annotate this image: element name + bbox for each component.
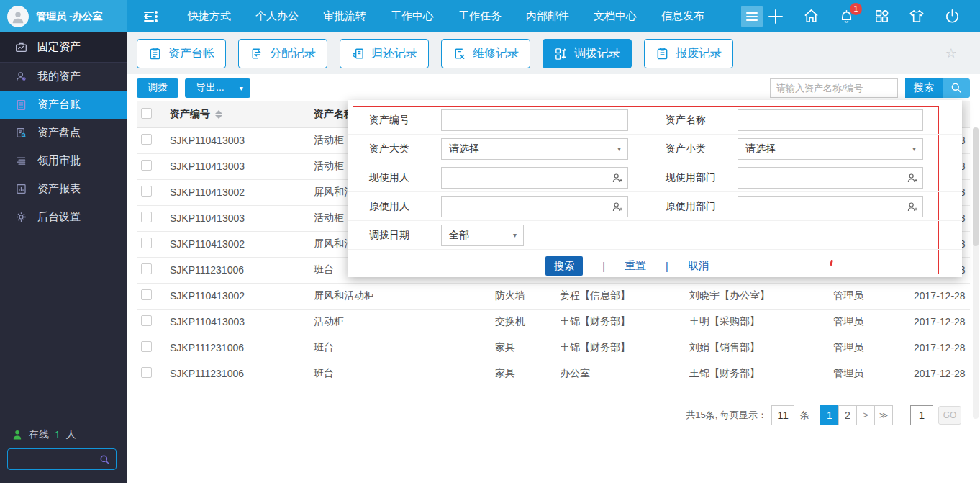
current-user-label: 管理员 -办公室 xyxy=(36,10,103,23)
sidebar-search-input[interactable] xyxy=(8,454,99,465)
menu-item-shortcuts[interactable]: 快捷方式 xyxy=(176,0,243,32)
caret-down-icon: ▾ xyxy=(513,231,517,239)
sidebar-item-requisition-approval[interactable]: 领用审批 xyxy=(0,147,127,175)
requisition-approval-icon xyxy=(14,155,27,168)
toolbar: 调拨 导出... ▾ 搜索 xyxy=(127,74,980,101)
sidebar-search-icon[interactable] xyxy=(99,454,110,465)
sidebar-item-fixed-assets[interactable]: 固定资产 xyxy=(0,32,127,63)
notifications-bell-icon[interactable]: 1 xyxy=(837,7,856,26)
sidebar-collapse-icon[interactable] xyxy=(141,9,160,24)
toolbar-search-icon[interactable] xyxy=(943,78,970,98)
toolbar-search-group: 搜索 xyxy=(770,78,970,98)
row-checkbox[interactable] xyxy=(141,367,152,378)
menu-item-internal-mail[interactable]: 内部邮件 xyxy=(514,0,581,32)
table-row[interactable]: SJKP111231006班台家具 办公室王锦【财务部】管理员2017-12-2… xyxy=(137,361,970,387)
panel-reset-button[interactable]: 重置 xyxy=(625,259,646,273)
sidebar-item-my-assets[interactable]: 我的资产 xyxy=(0,63,127,91)
row-checkbox[interactable] xyxy=(141,315,152,326)
add-person-icon[interactable] xyxy=(611,201,623,213)
sort-icon[interactable] xyxy=(215,110,222,119)
page-buttons: 1 2 > ≫ xyxy=(821,405,893,425)
row-checkbox[interactable] xyxy=(141,186,152,197)
current-user-input[interactable] xyxy=(442,168,627,188)
row-checkbox[interactable] xyxy=(141,160,152,171)
online-count: 1 xyxy=(55,429,60,441)
original-dept-input[interactable] xyxy=(738,197,922,217)
user-brand[interactable]: 管理员 -办公室 xyxy=(0,0,127,32)
menu-item-work-center[interactable]: 工作中心 xyxy=(378,0,446,32)
table-row[interactable]: SJKP110413003活动柜交换机 王锦【财务部】王明【采购部】管理员201… xyxy=(137,309,970,335)
row-checkbox[interactable] xyxy=(141,341,152,352)
last-page-button[interactable]: ≫ xyxy=(874,405,893,425)
row-checkbox[interactable] xyxy=(141,289,152,300)
col-header-asset-code[interactable]: 资产编号 xyxy=(165,101,309,127)
tab-label: 资产台帐 xyxy=(168,46,214,61)
transfer-date-select[interactable]: 全部 ▾ xyxy=(441,225,524,246)
panel-cancel-button[interactable]: 取消 xyxy=(688,259,709,273)
toolbar-search-button[interactable]: 搜索 xyxy=(905,78,943,98)
page-size-box[interactable]: 11 xyxy=(771,405,794,425)
asset-code-input[interactable] xyxy=(442,110,627,130)
theme-shirt-icon[interactable] xyxy=(907,7,926,26)
sidebar: 固定资产 我的资产 资产台账 资产盘点 领用审批 资产报表 后台设置 xyxy=(0,32,127,483)
menu-item-info-publish[interactable]: 信息发布 xyxy=(649,0,717,32)
menu-item-personal-office[interactable]: 个人办公 xyxy=(243,0,311,32)
transfer-date-value: 全部 xyxy=(442,229,469,242)
add-person-icon[interactable] xyxy=(906,201,918,213)
current-dept-input[interactable] xyxy=(738,168,922,188)
favorite-star-icon[interactable]: ☆ xyxy=(945,45,957,61)
table-scrollbar[interactable] xyxy=(973,127,979,419)
home-icon[interactable] xyxy=(802,7,820,26)
table-row[interactable]: SJKP111231006班台家具 王锦【财务部】刘娟【销售部】管理员2017-… xyxy=(137,335,970,361)
sidebar-item-asset-reports[interactable]: 资产报表 xyxy=(0,175,127,203)
asset-name-input[interactable] xyxy=(738,110,922,130)
next-page-button[interactable]: > xyxy=(856,405,875,425)
row-checkbox[interactable] xyxy=(141,263,152,274)
menu-item-document-center[interactable]: 文档中心 xyxy=(581,0,649,32)
tab-transfer-records[interactable]: 调拨记录 xyxy=(543,39,632,68)
original-user-input[interactable] xyxy=(442,197,627,217)
asset-search-input[interactable] xyxy=(770,78,898,98)
scrollbar-thumb[interactable] xyxy=(973,127,979,246)
page-1-button[interactable]: 1 xyxy=(820,405,839,425)
page-2-button[interactable]: 2 xyxy=(838,405,857,425)
row-checkbox[interactable] xyxy=(141,212,152,222)
sidebar-item-label: 资产盘点 xyxy=(37,126,81,140)
panel-search-button[interactable]: 搜索 xyxy=(545,256,583,276)
apps-grid-icon[interactable] xyxy=(872,7,891,26)
return-tab-icon xyxy=(351,47,365,60)
major-category-value: 请选择 xyxy=(442,143,479,155)
tab-label: 调拨记录 xyxy=(574,46,620,61)
table-row[interactable]: SJKP110413002屏风和活动柜防火墙 姜程【信息部】刘晓宇【办公室】管理… xyxy=(137,283,970,309)
add-person-icon[interactable] xyxy=(611,172,623,184)
goto-page-input[interactable] xyxy=(910,405,933,425)
sidebar-item-asset-ledger[interactable]: 资产台账 xyxy=(0,91,127,119)
allocation-tab-icon xyxy=(250,47,263,60)
tab-repair-records[interactable]: 维修记录 xyxy=(441,39,530,68)
export-button[interactable]: 导出... ▾ xyxy=(185,78,250,98)
add-person-icon[interactable] xyxy=(906,172,918,184)
major-category-label: 资产大类 xyxy=(369,143,441,155)
tab-return-records[interactable]: 归还记录 xyxy=(340,39,429,68)
sidebar-item-label: 资产台账 xyxy=(37,98,81,112)
add-icon[interactable] xyxy=(766,7,785,26)
row-checkbox[interactable] xyxy=(141,238,152,248)
power-logout-icon[interactable] xyxy=(943,7,961,26)
more-menu-button[interactable] xyxy=(741,6,763,27)
row-checkbox[interactable] xyxy=(141,134,152,145)
menu-item-approval-flow[interactable]: 审批流转 xyxy=(311,0,378,32)
sidebar-item-asset-inventory[interactable]: 资产盘点 xyxy=(0,119,127,147)
tab-scrap-records[interactable]: 报废记录 xyxy=(644,39,733,68)
select-all-checkbox[interactable] xyxy=(141,108,152,119)
menu-item-work-tasks[interactable]: 工作任务 xyxy=(446,0,514,32)
tab-allocation-records[interactable]: 分配记录 xyxy=(238,39,327,68)
sidebar-item-backend-settings[interactable]: 后台设置 xyxy=(0,203,127,231)
tab-asset-ledger[interactable]: 资产台帐 xyxy=(137,39,226,68)
caret-down-icon: ▾ xyxy=(617,145,621,153)
major-category-select[interactable]: 请选择 ▾ xyxy=(441,138,628,160)
current-user-label: 现使用人 xyxy=(369,171,441,184)
minor-category-select[interactable]: 请选择 ▾ xyxy=(738,138,923,160)
transfer-button[interactable]: 调拨 xyxy=(137,78,178,98)
go-button[interactable]: GO xyxy=(938,406,961,425)
sidebar-item-label: 领用审批 xyxy=(37,154,81,168)
